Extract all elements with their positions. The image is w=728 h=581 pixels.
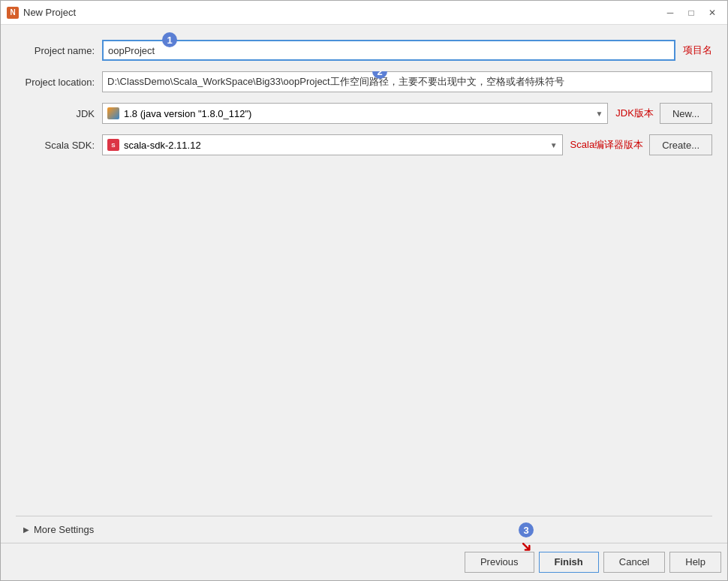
scala-create-button[interactable]: Create...: [649, 134, 712, 155]
finish-button[interactable]: Finish: [539, 552, 599, 573]
divider-area: [16, 166, 712, 516]
scala-icon: S: [107, 139, 119, 151]
cancel-button[interactable]: Cancel: [603, 552, 665, 573]
scala-sdk-select-wrapper: S scala-sdk-2.11.12 ▼: [102, 134, 563, 155]
annotation-scala: Scala编译器版本: [570, 138, 644, 152]
scala-sdk-select[interactable]: S scala-sdk-2.11.12 ▼: [102, 134, 563, 155]
jdk-row: JDK 1.8 (java version "1.8.0_112") ▼ JDK…: [16, 103, 712, 124]
jdk-label: JDK: [16, 108, 102, 119]
close-button[interactable]: ✕: [703, 5, 721, 20]
project-location-input[interactable]: [102, 71, 712, 92]
jdk-dropdown-arrow: ▼: [595, 110, 603, 118]
minimize-button[interactable]: ─: [661, 5, 679, 20]
title-bar-left: N New Project: [7, 7, 76, 19]
jdk-select-wrapper: 1.8 (java version "1.8.0_112") ▼: [102, 103, 608, 124]
help-button[interactable]: Help: [669, 552, 721, 573]
title-controls: ─ □ ✕: [661, 5, 721, 20]
project-location-label: Project location:: [16, 77, 102, 88]
red-arrow-icon: ➜: [516, 537, 536, 556]
project-location-row: Project location: 2: [16, 71, 712, 92]
annotation-jdk: JDK版本: [615, 107, 654, 120]
maximize-button[interactable]: □: [682, 5, 700, 20]
scala-dropdown-arrow: ▼: [550, 141, 558, 149]
more-settings-arrow-icon: ▶: [23, 525, 29, 534]
scala-sdk-label: Scala SDK:: [16, 140, 102, 151]
jdk-new-button[interactable]: New...: [660, 103, 712, 124]
scala-sdk-row: Scala SDK: S scala-sdk-2.11.12 ▼ Scala编译…: [16, 134, 712, 155]
content-area: Project name: 1 项目名 Project location: 2: [1, 25, 727, 543]
annotation-3-group: 3 ➜: [519, 522, 534, 554]
project-name-label: Project name:: [16, 45, 102, 56]
project-name-row: Project name: 1 项目名: [16, 40, 712, 61]
more-settings-bar[interactable]: ▶ More Settings: [16, 516, 712, 543]
jdk-select[interactable]: 1.8 (java version "1.8.0_112") ▼: [102, 103, 608, 124]
annotation-badge-1: 1: [162, 32, 177, 47]
annotation-text-project-name: 项目名: [683, 44, 712, 57]
title-icon: N: [7, 7, 19, 19]
annotation-badge-3: 3: [519, 522, 534, 537]
bottom-bar: 3 ➜ Previous Finish Cancel Help: [1, 543, 727, 580]
java-icon: [107, 107, 119, 119]
dialog-window: N New Project ─ □ ✕ Project name: 1 项目名 …: [0, 0, 728, 581]
more-settings-label: More Settings: [34, 524, 94, 535]
scala-sdk-value: scala-sdk-2.11.12: [124, 140, 201, 151]
project-name-input[interactable]: [102, 40, 675, 61]
title-text: New Project: [23, 7, 76, 18]
title-bar: N New Project ─ □ ✕: [1, 1, 727, 25]
jdk-value: 1.8 (java version "1.8.0_112"): [124, 108, 251, 119]
